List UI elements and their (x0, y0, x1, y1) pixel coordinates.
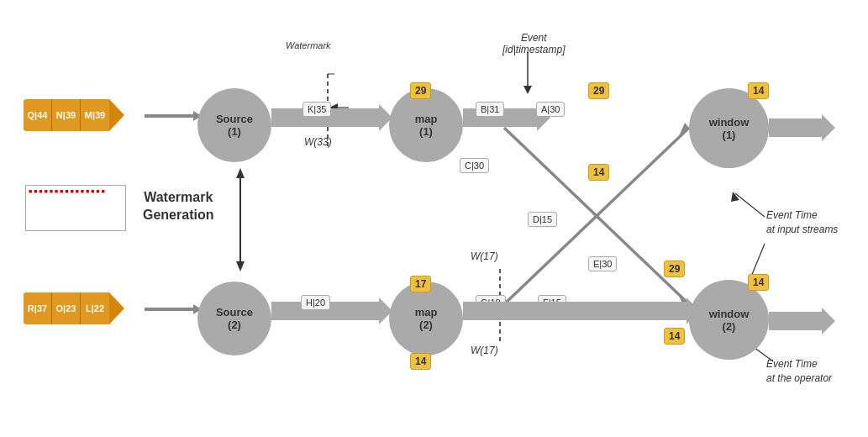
e30-labelbox: E|30 (588, 256, 617, 271)
svg-marker-11 (523, 86, 532, 94)
svg-marker-13 (731, 192, 739, 202)
svg-marker-3 (679, 123, 689, 136)
arrow-queue-source1 (145, 114, 195, 118)
badge-map2-bottom: 14 (410, 353, 431, 370)
watermark-label-text: Watermark (286, 40, 331, 50)
bottom-queue-arrow (109, 292, 124, 324)
top-queue-cell-3: M|39 (81, 99, 109, 131)
note-box: ■ ■ ■ ■ ■ ■ ■ ■ ■ ■ ■ ■ ■ ■ ■ (25, 185, 126, 231)
source1-label: Source (1) (216, 113, 253, 138)
badge-map1-top: 29 (410, 82, 431, 99)
event-time-operator-annotation: Event Time at the operator (766, 357, 832, 386)
b31-labelbox: B|31 (476, 102, 504, 117)
top-queue-cell-2: N|39 (52, 99, 81, 131)
badge-window2-top: 14 (748, 274, 769, 291)
badge-window2-left-top: 29 (664, 261, 685, 277)
diagram: Q|44 N|39 M|39 Source (1) K|35 Watermark… (0, 0, 868, 437)
cross-lines-svg (0, 0, 868, 437)
w33-label: W(33) (304, 136, 332, 148)
arrow-window2-out (769, 312, 823, 330)
arrow-queue-source2 (145, 308, 195, 311)
badge-map1-right: 29 (588, 82, 609, 99)
top-queue-cell-1: Q|44 (24, 99, 52, 131)
c30-labelbox: C|30 (460, 158, 489, 173)
bottom-queue-cell-1: R|37 (24, 292, 52, 324)
top-queue-arrow (109, 99, 124, 131)
svg-marker-9 (236, 261, 245, 271)
window1-circle: window (1) (689, 88, 769, 168)
badge-window1-top: 14 (748, 82, 769, 99)
bottom-queue-body: R|37 O|23 L|22 (24, 292, 109, 324)
arrow-map2-window2 (463, 302, 688, 320)
bottom-queue-cell-3: L|22 (81, 292, 109, 324)
w17-label-bot: W(17) (471, 345, 498, 356)
svg-line-12 (735, 193, 765, 217)
map2-label: map (2) (415, 306, 438, 331)
window2-label: window (2) (709, 308, 750, 333)
svg-marker-8 (236, 168, 245, 178)
map1-label: map (1) (415, 113, 438, 138)
window2-circle: window (2) (689, 280, 769, 360)
map1-circle: map (1) (389, 88, 463, 162)
window1-label: window (1) (709, 116, 750, 141)
w17-label-top: W(17) (471, 250, 498, 262)
bottom-queue-cell-2: O|23 (52, 292, 81, 324)
top-queue: Q|44 N|39 M|39 (24, 99, 124, 131)
top-queue-body: Q|44 N|39 M|39 (24, 99, 109, 131)
badge-window2-left-bot: 14 (664, 328, 685, 345)
event-time-input-annotation: Event Time at input streams (766, 208, 838, 237)
badge-map2-top: 17 (410, 276, 431, 292)
map2-circle: map (2) (389, 282, 463, 355)
k35-labelbox: K|35 (302, 102, 331, 117)
source1-circle: Source (1) (197, 88, 271, 162)
d15-labelbox: D|15 (528, 212, 557, 227)
note-text: ■ ■ ■ ■ ■ ■ ■ ■ ■ ■ ■ ■ ■ ■ ■ (26, 186, 125, 197)
arrow-window1-out (769, 118, 823, 137)
watermark-generation-label: Watermark Generation (143, 189, 213, 224)
watermark-annotation: Watermark (286, 40, 331, 50)
source2-circle: Source (2) (197, 282, 271, 355)
source2-label: Source (2) (216, 306, 253, 331)
event-annotation: Event [id|timestamp] (502, 32, 565, 55)
bottom-queue: R|37 O|23 L|22 (24, 292, 124, 324)
a30-labelbox: A|30 (536, 102, 565, 117)
h20-labelbox: H|20 (301, 295, 330, 310)
badge-map1-bottom: 14 (588, 164, 609, 181)
